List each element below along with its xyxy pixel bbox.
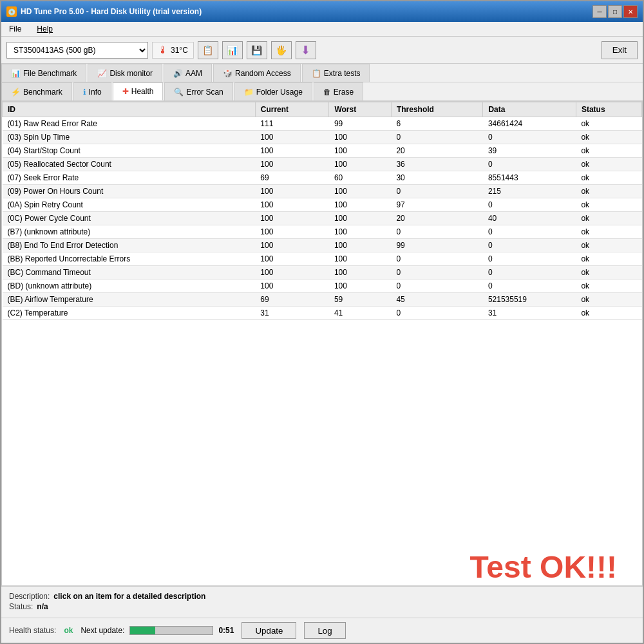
tab-error-scan[interactable]: 🔍 Error Scan <box>164 82 232 100</box>
progress-container: Next update: 0:51 <box>80 626 234 635</box>
maximize-button[interactable]: □ <box>608 5 622 18</box>
menu-help[interactable]: Help <box>34 23 55 35</box>
random-access-icon: 🎲 <box>223 69 232 78</box>
cell-threshold: 0 <box>391 185 483 198</box>
update-progress-bar <box>129 626 213 635</box>
menu-file[interactable]: File <box>6 23 24 35</box>
cell-data: 31 <box>483 307 576 320</box>
table-row[interactable]: (B7) (unknown attribute) 100 100 0 0 ok <box>3 225 642 239</box>
cell-status: ok <box>576 225 641 239</box>
tab-health-label: Health <box>131 87 154 96</box>
title-bar: 💿 HD Tune Pro 5.00 - Hard Disk Utility (… <box>1 1 643 22</box>
cell-data: 0 <box>483 266 576 279</box>
cell-data: 215 <box>483 185 576 198</box>
tabs-row-2: ⚡ Benchmark ℹ Info ✚ Health 🔍 Error Scan… <box>1 82 643 101</box>
exit-button[interactable]: Exit <box>601 41 638 59</box>
tab-info[interactable]: ℹ Info <box>73 82 111 100</box>
table-row[interactable]: (0C) Power Cycle Count 100 100 20 40 ok <box>3 212 642 225</box>
tab-health[interactable]: ✚ Health <box>113 82 164 100</box>
table-row[interactable]: (C2) Temperature 31 41 0 31 ok <box>3 307 642 320</box>
toolbar-btn-5[interactable]: ⬇ <box>296 41 316 59</box>
table-row[interactable]: (BC) Command Timeout 100 100 0 0 ok <box>3 266 642 279</box>
smart-table: ID Current Worst Threshold Data Status (… <box>2 102 642 320</box>
cell-status: ok <box>576 307 641 320</box>
table-row[interactable]: (01) Raw Read Error Rate 111 99 6 346614… <box>3 117 642 131</box>
close-button[interactable]: ✕ <box>623 5 638 18</box>
toolbar-btn-1[interactable]: 📋 <box>198 41 218 59</box>
status-label: Status: <box>9 602 33 611</box>
cell-threshold: 20 <box>391 144 483 158</box>
tab-extra-tests[interactable]: 📋 Extra tests <box>302 64 370 82</box>
table-row[interactable]: (03) Spin Up Time 100 100 0 0 ok <box>3 131 642 144</box>
minimize-button[interactable]: ─ <box>592 5 607 18</box>
status-bar: Health status: ok Next update: 0:51 Upda… <box>1 618 643 643</box>
table-row[interactable]: (09) Power On Hours Count 100 100 0 215 … <box>3 185 642 198</box>
health-icon: ✚ <box>122 87 129 96</box>
cell-threshold: 0 <box>391 252 483 266</box>
tab-benchmark[interactable]: ⚡ Benchmark <box>1 82 72 100</box>
tab-random-access[interactable]: 🎲 Random Access <box>213 64 301 82</box>
tab-error-scan-label: Error Scan <box>186 88 223 97</box>
cell-threshold: 0 <box>391 131 483 144</box>
cell-current: 100 <box>255 279 329 293</box>
smart-table-container[interactable]: ID Current Worst Threshold Data Status (… <box>1 101 643 586</box>
table-row[interactable]: (BE) Airflow Temperature 69 59 45 521535… <box>3 293 642 307</box>
description-label: Description: <box>9 592 50 601</box>
table-row[interactable]: (BD) (unknown attribute) 100 100 0 0 ok <box>3 279 642 293</box>
cell-data: 0 <box>483 131 576 144</box>
cell-status: ok <box>576 293 641 307</box>
main-window: 💿 HD Tune Pro 5.00 - Hard Disk Utility (… <box>0 0 644 644</box>
cell-threshold: 0 <box>391 225 483 239</box>
cell-id: (0A) Spin Retry Count <box>3 198 256 212</box>
update-button[interactable]: Update <box>242 622 296 639</box>
cell-current: 100 <box>255 252 329 266</box>
tab-random-access-label: Random Access <box>235 69 291 78</box>
table-row[interactable]: (07) Seek Error Rate 69 60 30 8551443 ok <box>3 171 642 185</box>
cell-data: 0 <box>483 225 576 239</box>
cell-status: ok <box>576 117 641 131</box>
col-data: Data <box>483 102 576 117</box>
table-row[interactable]: (B8) End To End Error Detection 100 100 … <box>3 239 642 252</box>
file-benchmark-icon: 📊 <box>11 69 21 78</box>
cell-threshold: 0 <box>391 279 483 293</box>
window-controls: ─ □ ✕ <box>592 5 638 18</box>
menu-bar: File Help <box>1 22 643 37</box>
cell-id: (01) Raw Read Error Rate <box>3 117 256 131</box>
cell-worst: 100 <box>329 279 391 293</box>
tab-folder-usage[interactable]: 📁 Folder Usage <box>234 82 312 100</box>
tab-disk-monitor[interactable]: 📈 Disk monitor <box>88 64 162 82</box>
cell-data: 0 <box>483 279 576 293</box>
disk-selector[interactable]: ST3500413AS (500 gB) <box>6 42 148 59</box>
cell-current: 100 <box>255 266 329 279</box>
progress-fill <box>130 627 155 634</box>
cell-id: (BC) Command Timeout <box>3 266 256 279</box>
toolbar-btn-3[interactable]: 💾 <box>247 41 267 59</box>
info-icon: ℹ <box>83 88 86 97</box>
cell-status: ok <box>576 239 641 252</box>
erase-icon: 🗑 <box>323 88 331 97</box>
tab-aam[interactable]: 🔊 AAM <box>164 64 212 82</box>
test-result: Test OK!!! <box>470 549 617 585</box>
log-button[interactable]: Log <box>304 622 345 639</box>
toolbar-btn-4[interactable]: 🖐 <box>271 41 292 59</box>
tabs-row-1: 📊 File Benchmark 📈 Disk monitor 🔊 AAM 🎲 … <box>1 64 643 82</box>
table-row[interactable]: (0A) Spin Retry Count 100 100 97 0 ok <box>3 198 642 212</box>
cell-current: 100 <box>255 212 329 225</box>
toolbar-btn-2[interactable]: 📊 <box>222 41 243 59</box>
cell-data: 0 <box>483 239 576 252</box>
cell-threshold: 36 <box>391 158 483 171</box>
app-icon: 💿 <box>6 6 17 17</box>
table-row[interactable]: (05) Reallocated Sector Count 100 100 36… <box>3 158 642 171</box>
col-worst: Worst <box>329 102 391 117</box>
cell-data: 521535519 <box>483 293 576 307</box>
tab-file-benchmark[interactable]: 📊 File Benchmark <box>1 64 86 82</box>
table-row[interactable]: (BB) Reported Uncorrectable Errors 100 1… <box>3 252 642 266</box>
cell-worst: 59 <box>329 293 391 307</box>
tab-erase-label: Erase <box>334 88 354 97</box>
cell-threshold: 30 <box>391 171 483 185</box>
table-header-row: ID Current Worst Threshold Data Status <box>3 102 642 117</box>
cell-worst: 100 <box>329 158 391 171</box>
tab-erase[interactable]: 🗑 Erase <box>314 82 363 100</box>
table-row[interactable]: (04) Start/Stop Count 100 100 20 39 ok <box>3 144 642 158</box>
cell-worst: 100 <box>329 266 391 279</box>
